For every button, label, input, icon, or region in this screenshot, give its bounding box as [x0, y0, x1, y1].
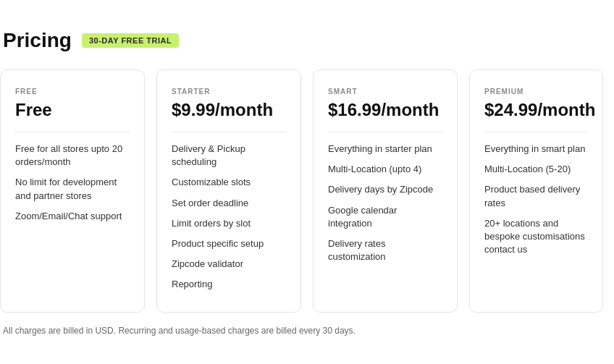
plan-feature-item: Everything in starter plan	[328, 143, 442, 156]
plan-feature-item: Delivery days by Zipcode	[328, 183, 442, 196]
trial-badge: 30-DAY FREE TRIAL	[82, 33, 179, 48]
plan-features-premium: Everything in smart planMulti-Location (…	[484, 143, 588, 256]
plan-divider-smart	[328, 132, 442, 132]
page-header: Pricing 30-DAY FREE TRIAL	[0, 14, 614, 69]
plan-feature-item: Free for all stores upto 20 orders/month	[15, 143, 130, 169]
plan-divider-premium	[484, 132, 588, 132]
plan-price-free: Free	[15, 100, 130, 120]
plans-row: FREEFreeFree for all stores upto 20 orde…	[0, 69, 614, 313]
plan-tier-smart: SMART	[328, 88, 442, 96]
plan-feature-item: 20+ locations and bespoke customisations…	[484, 217, 588, 257]
billing-note: All charges are billed in USD. Recurring…	[0, 313, 614, 336]
plan-price-starter: $9.99/month	[172, 100, 286, 120]
plan-feature-item: Product based delivery rates	[484, 183, 588, 209]
plan-card-smart: SMART$16.99/monthEverything in starter p…	[313, 69, 458, 313]
plan-feature-item: Multi-Location (upto 4)	[328, 163, 442, 176]
plan-card-premium: PREMIUM$24.99/monthEverything in smart p…	[469, 69, 603, 313]
plan-feature-item: Everything in smart plan	[484, 143, 588, 156]
plan-feature-item: Set order deadline	[172, 197, 286, 210]
plan-card-free: FREEFreeFree for all stores upto 20 orde…	[0, 69, 145, 313]
plan-feature-item: Google calendar integration	[328, 204, 442, 230]
plan-feature-item: Product specific setup	[172, 237, 286, 250]
plan-feature-item: Reporting	[172, 278, 286, 291]
plan-card-starter: STARTER$9.99/monthDelivery & Pickup sche…	[156, 69, 301, 313]
plan-features-smart: Everything in starter planMulti-Location…	[328, 143, 442, 263]
plan-feature-item: Multi-Location (5-20)	[484, 163, 588, 176]
page-container: Pricing 30-DAY FREE TRIAL FREEFreeFree f…	[0, 14, 614, 364]
plan-feature-item: Customizable slots	[172, 176, 286, 189]
plan-tier-free: FREE	[15, 88, 130, 96]
plan-feature-item: Delivery rates customization	[328, 237, 442, 263]
plan-divider-free	[15, 132, 130, 132]
page-title: Pricing	[3, 29, 72, 52]
plan-features-free: Free for all stores upto 20 orders/month…	[15, 143, 130, 223]
plan-feature-item: Limit orders by slot	[172, 217, 286, 230]
plan-feature-item: Zoom/Email/Chat support	[15, 210, 130, 223]
plan-price-premium: $24.99/month	[484, 100, 588, 120]
plan-feature-item: Zipcode validator	[172, 258, 286, 271]
plan-tier-starter: STARTER	[172, 88, 286, 96]
plan-price-smart: $16.99/month	[328, 100, 442, 120]
plan-feature-item: Delivery & Pickup scheduling	[172, 143, 286, 169]
plan-features-starter: Delivery & Pickup schedulingCustomizable…	[172, 143, 286, 292]
plan-tier-premium: PREMIUM	[484, 88, 588, 96]
plan-divider-starter	[172, 132, 286, 132]
plan-feature-item: No limit for development and partner sto…	[15, 176, 130, 202]
